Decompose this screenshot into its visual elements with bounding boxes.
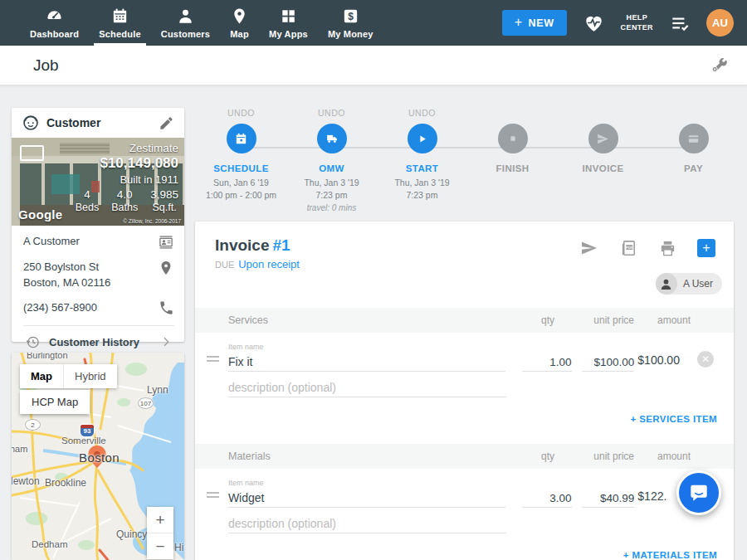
pay-step-button[interactable] [679,124,709,153]
help-center-link[interactable]: HELP CENTER [621,13,653,32]
customer-card: Customer Zestimate $10,149,080 Built in … [12,108,184,342]
health-heart-icon[interactable] [583,12,605,34]
nav-item-schedule[interactable]: Schedule [89,0,151,46]
customer-card-header: Customer [12,108,184,138]
nav-item-dashboard[interactable]: Dashboard [20,0,89,46]
map-zoom-control: + − [147,507,173,559]
invoice-number[interactable]: #1 [272,236,290,254]
main-nav: Dashboard Schedule Customers Map My Apps… [0,0,383,46]
print-icon[interactable] [658,239,677,258]
customer-name-row: A Customer [23,234,174,251]
invoice-actions: PDF + [579,238,715,258]
service-item-name-input[interactable] [228,353,505,372]
undo-link[interactable]: UNDO [377,108,467,118]
assignee-name: A User [683,278,713,290]
calendar-icon [234,132,248,146]
beds-value: 4 [76,188,100,201]
unit-price-column-header: unit price [571,450,634,462]
add-materials-item-link[interactable]: + MATERIALS ITEM [623,550,717,560]
phone-icon[interactable] [159,300,174,316]
pdf-icon[interactable]: PDF [619,239,638,258]
material-unit-price-input[interactable] [582,489,634,508]
zoom-out-button[interactable]: − [147,533,173,559]
section-name: Materials [228,450,505,462]
user-avatar[interactable]: AU [706,9,734,37]
zestimate-label: Zestimate [76,142,178,154]
chat-bubble-button[interactable] [676,470,721,515]
hcp-map-button[interactable]: HCP Map [20,390,90,414]
map-label: Brookline [45,477,86,489]
built-year: Built in 1911 [76,173,178,186]
new-button[interactable]: + NEW [502,10,567,36]
help-center-line2: CENTER [621,23,653,32]
svg-text:PDF: PDF [626,245,633,249]
edit-pencil-icon[interactable] [159,115,174,131]
material-item-name-input[interactable] [228,489,505,508]
zoom-in-button[interactable]: + [147,507,173,533]
map-type-hybrid-button[interactable]: Hybrid [63,364,117,388]
invoice-step-button[interactable] [588,124,618,153]
send-icon [596,132,610,146]
map-label: ham [12,444,27,454]
checklist-icon[interactable] [669,12,691,34]
nav-label: Customers [161,29,210,39]
address-line1: 250 Boylston St [23,261,99,273]
schedule-step-button[interactable] [227,124,256,153]
contact-card-icon[interactable] [158,234,174,251]
timeline-step-schedule: UNDO SCHEDULE Sun, Jan 6 '191:00 pm - 2:… [196,108,286,215]
customer-history-label: Customer History [49,336,151,348]
due-label: DUE [215,260,234,270]
undo-link[interactable]: UNDO [286,108,377,118]
undo-link[interactable]: UNDO [196,108,286,118]
map-label-boston: Boston [79,450,120,465]
send-invoice-icon[interactable] [579,238,599,258]
route-107-shield: 107 [138,397,154,409]
start-date: Thu, Jan 3 '19 [394,178,449,187]
material-qty-input[interactable] [522,489,572,508]
page-title: Job [33,56,59,75]
chat-bubble-icon [687,481,710,504]
nav-item-my-apps[interactable]: My Apps [259,0,318,46]
add-services-item-link[interactable]: + SERVICES ITEM [630,414,717,424]
add-invoice-button[interactable]: + [697,239,715,257]
timeline-step-finish: FINISH [467,108,558,215]
unit-price-column-header: unit price [571,314,634,326]
service-description-input[interactable] [228,378,506,397]
nav-item-map[interactable]: Map [220,0,259,46]
zestimate-value: $10,149,080 [76,155,178,172]
customer-name: A Customer [23,234,151,250]
nav-label: My Money [328,29,374,39]
map-type-map-button[interactable]: Map [20,364,63,388]
delete-line-item-icon[interactable]: ✕ [697,351,714,368]
due-value-link[interactable]: Upon receipt [238,258,300,270]
nav-item-customers[interactable]: Customers [151,0,220,46]
credit-card-icon [686,132,701,146]
google-map[interactable]: Burlington Lynn Somerville Boston ham Ne… [12,353,184,560]
location-pin-icon[interactable] [158,260,174,276]
nav-label: Dashboard [30,29,79,39]
google-logo: Google [18,207,62,222]
step-label: SCHEDULE [196,163,286,173]
nav-label: My Apps [269,29,308,39]
customer-history-row[interactable]: Customer History [23,326,174,350]
drag-handle[interactable] [207,489,228,508]
timeline-step-start: UNDO START Thu, Jan 3 '197:23 pm [377,108,467,215]
drag-handle[interactable] [207,353,228,372]
nav-item-my-money[interactable]: $ My Money [318,0,383,46]
step-label: INVOICE [558,163,648,173]
service-qty-input[interactable] [522,353,572,372]
zestimate-overlay: Zestimate $10,149,080 Built in 1911 4Bed… [76,142,178,213]
baths-value: 4.0 [111,188,138,201]
start-step-button[interactable] [408,124,437,153]
assignee-chip[interactable]: A User [656,273,722,295]
nav-right: + NEW HELP CENTER AU [502,0,747,46]
property-photo[interactable]: Zestimate $10,149,080 Built in 1911 4Bed… [12,138,184,226]
job-timeline: UNDO SCHEDULE Sun, Jan 6 '191:00 pm - 2:… [196,108,739,217]
step-label: PAY [648,163,739,173]
material-description-input[interactable] [228,514,506,533]
omw-step-button[interactable] [317,124,347,153]
job-tools-icon[interactable] [709,56,729,75]
customer-phone: (234) 567-8900 [23,300,152,316]
finish-step-button[interactable] [498,124,528,153]
service-unit-price-input[interactable] [582,353,634,372]
